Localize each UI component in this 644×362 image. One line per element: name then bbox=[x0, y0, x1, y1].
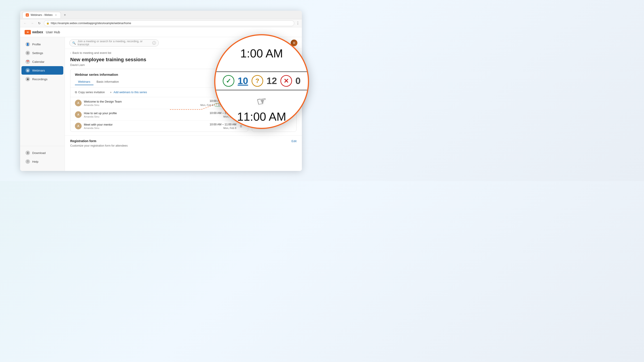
registration-section: Registration form Edit Customize your re… bbox=[65, 135, 302, 151]
sidebar-label-webinars: Webinars bbox=[32, 69, 45, 72]
pending-count-large: 12 bbox=[266, 75, 277, 86]
sidebar-bottom: ⬇ Download ? Help bbox=[20, 146, 64, 168]
address-bar[interactable]: 🔒 https://example.webex.com/webappng/sit… bbox=[44, 20, 294, 26]
item-name: Meet with your mentor bbox=[84, 123, 207, 126]
accepted-count-large[interactable]: 10 bbox=[238, 75, 248, 86]
sidebar-item-download[interactable]: ⬇ Download bbox=[22, 149, 63, 157]
sidebar-label-download: Download bbox=[32, 151, 46, 155]
item-info: Welcome to the Design Team Amanda Sinu bbox=[84, 100, 198, 106]
add-button-label: Add webinars to this series bbox=[114, 91, 147, 94]
check-circle-icon: ✓ bbox=[223, 75, 234, 87]
webinars-icon: ▦ bbox=[26, 68, 30, 73]
tab-title: Webinars - Webex bbox=[31, 13, 52, 16]
sidebar-label-help: Help bbox=[32, 160, 38, 163]
item-date-badges: Mon, Feb 8 bbox=[210, 127, 236, 129]
lock-icon: 🔒 bbox=[46, 22, 50, 24]
list-item: A Meet with your mentor Amanda Sinu 10:0… bbox=[70, 120, 248, 132]
reg-desc: Customize your registration form for att… bbox=[70, 144, 296, 147]
back-button[interactable]: ← bbox=[22, 20, 28, 26]
logo-text: webex bbox=[32, 30, 43, 34]
sidebar-item-calendar[interactable]: 📅 Calendar bbox=[22, 57, 63, 66]
sidebar-item-help[interactable]: ? Help bbox=[22, 157, 63, 166]
tab-close-button[interactable]: × bbox=[54, 13, 58, 16]
search-icon: 🔍 bbox=[72, 41, 76, 45]
item-name: Welcome to the Design Team bbox=[84, 100, 198, 103]
sidebar-nav: 👤 Profile ⚙ Settings 📅 Calendar ▦ Webina… bbox=[20, 40, 64, 144]
item-date: Mon, Feb 8 bbox=[224, 127, 236, 129]
browser-toolbar: ← → ↻ 🔒 https://example.webex.com/webapp… bbox=[20, 19, 302, 27]
tab-webinars[interactable]: Webinars bbox=[75, 79, 94, 85]
declined-count-large: 0 bbox=[296, 75, 300, 86]
item-host: Amanda Sinu bbox=[84, 104, 198, 106]
webex-logo: W webex bbox=[24, 30, 43, 34]
app-title: User Hub bbox=[46, 30, 60, 34]
copy-icon: ⧉ bbox=[75, 90, 77, 94]
magnify-inner: 1:00 AM ✓ 10 ? 12 ✕ 0 ☞ 11:00 AM bbox=[215, 35, 308, 128]
calendar-icon: 📅 bbox=[26, 59, 30, 64]
refresh-button[interactable]: ↻ bbox=[37, 20, 42, 26]
sidebar-item-webinars[interactable]: ▦ Webinars bbox=[22, 66, 63, 75]
download-icon: ⬇ bbox=[26, 151, 30, 155]
question-circle-icon: ? bbox=[252, 75, 263, 87]
item-time-area: 10:00 AM – 11:00 AM Mon, Feb 8 bbox=[210, 123, 236, 129]
item-info: Meet with your mentor Amanda Sinu bbox=[84, 123, 207, 129]
page-subtitle: David Liam bbox=[70, 63, 146, 67]
copy-invitation-button[interactable]: ⧉ Copy series invitation bbox=[75, 90, 105, 94]
item-host: Amanda Sinu bbox=[84, 127, 207, 129]
avatar: A bbox=[75, 111, 82, 118]
sidebar-label-recordings: Recordings bbox=[32, 77, 48, 81]
avatar: A bbox=[75, 123, 82, 129]
url-display: https://example.webex.com/webappng/sites… bbox=[51, 22, 292, 25]
add-webinar-button[interactable]: ＋ Add webinars to this series bbox=[109, 90, 147, 94]
webex-logo-icon: W bbox=[24, 30, 31, 34]
item-host: Amanda Sinu bbox=[84, 115, 207, 118]
tab-area: W Webinars - Webex × + bbox=[22, 12, 300, 18]
item-time: 10:00 AM – 11:00 AM bbox=[210, 123, 236, 126]
sidebar-item-recordings[interactable]: ⏺ Recordings bbox=[22, 75, 63, 83]
reg-edit-link[interactable]: Edit bbox=[292, 139, 296, 143]
settings-icon: ⚙ bbox=[26, 51, 30, 55]
copy-button-label: Copy series invitation bbox=[78, 91, 105, 94]
tab-favicon: W bbox=[26, 13, 29, 16]
search-box[interactable]: 🔍 Join a meeting or search for a meeting… bbox=[69, 39, 159, 46]
page-title: New employee training sessions bbox=[70, 57, 146, 62]
sidebar-label-settings: Settings bbox=[32, 51, 43, 55]
tab-basic-info[interactable]: Basic information bbox=[94, 79, 122, 85]
recordings-icon: ⏺ bbox=[26, 77, 30, 81]
profile-icon: 👤 bbox=[26, 42, 30, 46]
item-name: How to set up your profile bbox=[84, 111, 207, 115]
reg-header: Registration form Edit bbox=[70, 139, 296, 143]
sidebar-label-calendar: Calendar bbox=[32, 60, 44, 63]
reg-title: Registration form bbox=[70, 139, 96, 143]
sidebar-label-profile: Profile bbox=[32, 43, 41, 46]
sidebar: 👤 Profile ⚙ Settings 📅 Calendar ▦ Webina… bbox=[20, 37, 65, 171]
cursor-hand-icon: ☞ bbox=[256, 94, 268, 109]
browser-titlebar: W Webinars - Webex × + bbox=[20, 11, 302, 19]
x-circle-icon: ✕ bbox=[280, 75, 292, 87]
magnify-overlay: 1:00 AM ✓ 10 ? 12 ✕ 0 ☞ 11:00 AM bbox=[214, 34, 309, 129]
list-item: A How to set up your profile Amanda Sinu… bbox=[70, 109, 248, 120]
magnify-middle: ✓ 10 ? 12 ✕ 0 bbox=[215, 72, 308, 90]
breadcrumb-link[interactable]: Back to meeting and event list bbox=[72, 51, 111, 54]
browser-menu-button[interactable]: ⋮ bbox=[296, 21, 300, 25]
new-tab-button[interactable]: + bbox=[62, 12, 68, 18]
help-icon: ? bbox=[26, 159, 30, 164]
browser-tab-active[interactable]: W Webinars - Webex × bbox=[22, 12, 61, 18]
search-info-icon: i bbox=[152, 41, 156, 45]
sidebar-item-profile[interactable]: 👤 Profile bbox=[22, 40, 63, 48]
item-info: How to set up your profile Amanda Sinu bbox=[84, 111, 207, 118]
search-placeholder: Join a meeting or search for a meeting, … bbox=[78, 40, 150, 46]
add-icon: ＋ bbox=[109, 90, 112, 94]
item-date: Mon, Feb 8 bbox=[200, 104, 213, 106]
sidebar-item-settings[interactable]: ⚙ Settings bbox=[22, 49, 63, 57]
avatar: A bbox=[75, 100, 82, 106]
breadcrumb-arrow: ‹ bbox=[70, 51, 71, 54]
check-badge-icon: ✓ bbox=[216, 104, 217, 106]
forward-button[interactable]: → bbox=[30, 20, 35, 26]
magnify-time-bottom-text: 11:00 AM bbox=[237, 110, 286, 123]
